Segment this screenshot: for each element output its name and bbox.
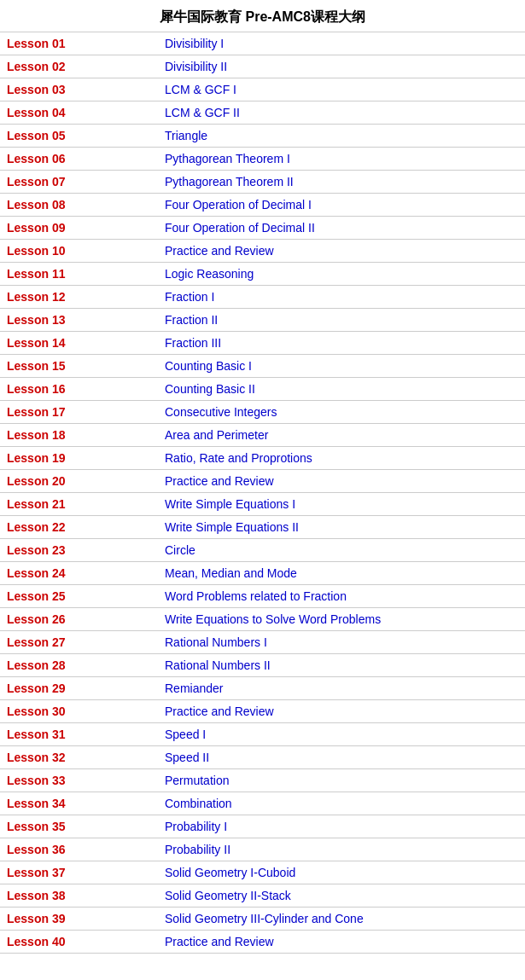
lesson-title: Speed I [158,723,525,746]
lesson-number: Lesson 28 [0,654,158,677]
lesson-number: Lesson 22 [0,516,158,539]
table-row: Lesson 08Four Operation of Decimal I [0,194,525,217]
table-row: Lesson 12Fraction I [0,286,525,309]
lesson-title: Four Operation of Decimal II [158,217,525,240]
table-row: Lesson 31Speed I [0,723,525,746]
lesson-number: Lesson 06 [0,148,158,171]
table-row: Lesson 10Practice and Review [0,240,525,263]
lesson-number: Lesson 36 [0,838,158,861]
lesson-number: Lesson 12 [0,286,158,309]
lesson-title: Remiander [158,677,525,700]
lesson-number: Lesson 16 [0,378,158,401]
table-row: Lesson 24Mean, Median and Mode [0,562,525,585]
table-row: Lesson 35Probability I [0,815,525,838]
table-row: Lesson 03LCM & GCF I [0,78,525,101]
table-row: Lesson 15Counting Basic I [0,355,525,378]
lesson-number: Lesson 03 [0,78,158,101]
lesson-number: Lesson 14 [0,332,158,355]
lesson-number: Lesson 40 [0,931,158,954]
lesson-number: Lesson 02 [0,55,158,78]
lesson-number: Lesson 34 [0,792,158,815]
lesson-number: Lesson 37 [0,861,158,884]
table-row: Lesson 29Remiander [0,677,525,700]
page-title: 犀牛国际教育 Pre-AMC8课程大纲 [0,0,525,32]
lesson-title: Speed II [158,746,525,769]
lesson-title: Write Simple Equations I [158,493,525,516]
table-row: Lesson 16Counting Basic II [0,378,525,401]
table-row: Lesson 19Ratio, Rate and Proprotions [0,447,525,470]
lesson-title: Rational Numbers I [158,631,525,654]
lesson-table: Lesson 01Divisibility ILesson 02Divisibi… [0,32,525,954]
table-row: Lesson 32Speed II [0,746,525,769]
lesson-number: Lesson 01 [0,32,158,55]
lesson-title: Fraction III [158,332,525,355]
table-row: Lesson 40Practice and Review [0,931,525,954]
lesson-title: Probability II [158,838,525,861]
table-row: Lesson 25Word Problems related to Fracti… [0,585,525,608]
lesson-number: Lesson 05 [0,125,158,148]
lesson-number: Lesson 24 [0,562,158,585]
table-row: Lesson 13Fraction II [0,309,525,332]
table-row: Lesson 33Permutation [0,769,525,792]
lesson-number: Lesson 23 [0,539,158,562]
table-row: Lesson 20Practice and Review [0,470,525,493]
lesson-title: Solid Geometry I-Cuboid [158,861,525,884]
lesson-title: Divisibility I [158,32,525,55]
table-row: Lesson 22Write Simple Equations II [0,516,525,539]
table-row: Lesson 37Solid Geometry I-Cuboid [0,861,525,884]
lesson-number: Lesson 38 [0,884,158,908]
lesson-title: Counting Basic I [158,355,525,378]
lesson-number: Lesson 11 [0,263,158,286]
lesson-title: Ratio, Rate and Proprotions [158,447,525,470]
table-row: Lesson 23Circle [0,539,525,562]
lesson-title: LCM & GCF II [158,101,525,125]
lesson-title: Solid Geometry II-Stack [158,884,525,908]
table-row: Lesson 06Pythagorean Theorem I [0,148,525,171]
table-row: Lesson 07Pythagorean Theorem II [0,171,525,194]
lesson-number: Lesson 35 [0,815,158,838]
lesson-title: Probability I [158,815,525,838]
lesson-number: Lesson 07 [0,171,158,194]
lesson-number: Lesson 13 [0,309,158,332]
lesson-title: Four Operation of Decimal I [158,194,525,217]
lesson-title: Fraction II [158,309,525,332]
table-row: Lesson 21Write Simple Equations I [0,493,525,516]
lesson-title: Triangle [158,125,525,148]
lesson-title: Practice and Review [158,240,525,263]
lesson-number: Lesson 31 [0,723,158,746]
lesson-title: Pythagorean Theorem I [158,148,525,171]
lesson-number: Lesson 09 [0,217,158,240]
table-row: Lesson 02Divisibility II [0,55,525,78]
table-row: Lesson 17Consecutive Integers [0,401,525,424]
lesson-number: Lesson 33 [0,769,158,792]
lesson-number: Lesson 10 [0,240,158,263]
lesson-number: Lesson 26 [0,608,158,631]
table-row: Lesson 30Practice and Review [0,700,525,723]
table-row: Lesson 04LCM & GCF II [0,101,525,125]
lesson-number: Lesson 25 [0,585,158,608]
lesson-title: Solid Geometry III-Cylinder and Cone [158,908,525,931]
table-row: Lesson 05Triangle [0,125,525,148]
lesson-title: Rational Numbers II [158,654,525,677]
lesson-title: Divisibility II [158,55,525,78]
table-row: Lesson 01Divisibility I [0,32,525,55]
lesson-number: Lesson 30 [0,700,158,723]
lesson-title: Fraction I [158,286,525,309]
lesson-title: Combination [158,792,525,815]
table-row: Lesson 34Combination [0,792,525,815]
lesson-title: Circle [158,539,525,562]
lesson-title: Mean, Median and Mode [158,562,525,585]
lesson-number: Lesson 04 [0,101,158,125]
lesson-number: Lesson 15 [0,355,158,378]
table-row: Lesson 36Probability II [0,838,525,861]
table-row: Lesson 14Fraction III [0,332,525,355]
table-row: Lesson 11Logic Reasoning [0,263,525,286]
lesson-number: Lesson 29 [0,677,158,700]
lesson-title: Write Equations to Solve Word Problems [158,608,525,631]
table-row: Lesson 28Rational Numbers II [0,654,525,677]
lesson-title: Consecutive Integers [158,401,525,424]
lesson-title: Pythagorean Theorem II [158,171,525,194]
lesson-title: LCM & GCF I [158,78,525,101]
table-row: Lesson 38Solid Geometry II-Stack [0,884,525,908]
lesson-number: Lesson 27 [0,631,158,654]
